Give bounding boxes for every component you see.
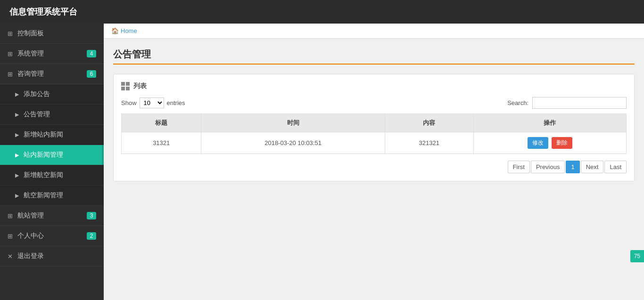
sidebar-item-add-site-news[interactable]: ▶ 新增站内新闻 bbox=[0, 125, 104, 145]
sidebar-item-station[interactable]: ⊞ 航站管理 3 bbox=[0, 206, 104, 226]
app-title: 信息管理系统平台 bbox=[9, 6, 77, 17]
sidebar-item-label: 咨询管理 bbox=[17, 70, 87, 78]
cell-time: 2018-03-20 10:03:51 bbox=[201, 132, 385, 154]
float-badge-label: 75 bbox=[634, 253, 640, 259]
search-input[interactable] bbox=[532, 97, 627, 109]
logout-icon: ✕ bbox=[8, 253, 13, 260]
page-content: 公告管理 列表 Show 10 25 bbox=[104, 39, 644, 300]
float-badge[interactable]: 75 bbox=[630, 250, 644, 262]
table-card-header: 列表 bbox=[121, 82, 627, 90]
search-box: Search: bbox=[507, 97, 627, 109]
station-icon: ⊞ bbox=[8, 212, 13, 219]
sidebar-item-dashboard[interactable]: ⊞ 控制面板 bbox=[0, 24, 104, 44]
system-badge: 4 bbox=[87, 50, 96, 57]
show-label: Show bbox=[121, 99, 137, 106]
title-divider bbox=[113, 64, 635, 65]
page-title: 公告管理 bbox=[113, 48, 635, 61]
personal-icon: ⊞ bbox=[8, 233, 13, 240]
sidebar-item-system[interactable]: ⊞ 系统管理 4 bbox=[0, 44, 104, 64]
add-site-news-icon: ▶ bbox=[15, 132, 19, 138]
entries-select[interactable]: 10 25 50 100 bbox=[140, 97, 164, 108]
home-icon: 🏠 bbox=[111, 27, 119, 34]
data-table: 标题 时间 内容 操作 31321 2018-03-20 10:03:51 32… bbox=[121, 114, 627, 154]
sidebar-item-site-news-manage[interactable]: ▶ 站内新闻管理 bbox=[0, 145, 104, 165]
show-entries: Show 10 25 50 100 entries bbox=[121, 97, 185, 108]
pagination-previous[interactable]: Previous bbox=[531, 161, 565, 173]
table-body: 31321 2018-03-20 10:03:51 321321 修改 删除 bbox=[122, 132, 627, 154]
cell-action: 修改 删除 bbox=[473, 132, 626, 154]
main-layout: ⊞ 控制面板 ⊞ 系统管理 4 ⊞ 咨询管理 6 ▶ 添加公告 ▶ 公告管理 bbox=[0, 24, 644, 300]
add-aviation-news-icon: ▶ bbox=[15, 172, 19, 178]
pagination-last[interactable]: Last bbox=[604, 161, 627, 173]
sidebar-item-label: 站内新闻管理 bbox=[24, 151, 96, 159]
sidebar-item-personal[interactable]: ⊞ 个人中心 2 bbox=[0, 226, 104, 246]
personal-badge: 2 bbox=[87, 232, 96, 240]
table-header-label: 列表 bbox=[133, 82, 147, 90]
sidebar-item-aviation-news-manage[interactable]: ▶ 航空新闻管理 bbox=[0, 186, 104, 206]
sidebar-item-label: 公告管理 bbox=[24, 110, 96, 119]
sidebar-item-add-aviation-news[interactable]: ▶ 新增航空新闻 bbox=[0, 165, 104, 186]
table-header-row: 标题 时间 内容 操作 bbox=[122, 114, 627, 132]
site-news-manage-icon: ▶ bbox=[15, 152, 19, 158]
table-row: 31321 2018-03-20 10:03:51 321321 修改 删除 bbox=[122, 132, 627, 154]
cell-title: 31321 bbox=[122, 132, 201, 154]
col-time: 时间 bbox=[201, 114, 385, 132]
edit-button[interactable]: 修改 bbox=[528, 137, 548, 149]
breadcrumb-home[interactable]: Home bbox=[121, 27, 137, 34]
content-area: 🏠 Home 公告管理 列表 Show bbox=[104, 24, 644, 300]
search-label: Search: bbox=[507, 99, 528, 106]
sidebar-item-label: 航站管理 bbox=[17, 211, 87, 220]
sidebar-item-logout[interactable]: ✕ 退出登录 bbox=[0, 246, 104, 267]
table-controls: Show 10 25 50 100 entries Search: bbox=[121, 97, 627, 109]
sidebar-item-notice-manage[interactable]: ▶ 公告管理 bbox=[0, 105, 104, 125]
sidebar-item-label: 系统管理 bbox=[17, 49, 87, 58]
sidebar-item-label: 添加公告 bbox=[24, 90, 96, 98]
system-icon: ⊞ bbox=[8, 50, 13, 57]
sidebar-item-label: 航空新闻管理 bbox=[24, 191, 96, 200]
sidebar-item-add-notice[interactable]: ▶ 添加公告 bbox=[0, 84, 104, 105]
table-head: 标题 时间 内容 操作 bbox=[122, 114, 627, 132]
col-content: 内容 bbox=[385, 114, 473, 132]
pagination-first[interactable]: First bbox=[508, 161, 530, 173]
add-notice-icon: ▶ bbox=[15, 91, 19, 97]
sidebar-item-label: 退出登录 bbox=[17, 252, 96, 260]
sidebar-item-consult[interactable]: ⊞ 咨询管理 6 bbox=[0, 64, 104, 84]
sidebar-item-label: 新增站内新闻 bbox=[24, 130, 96, 139]
dashboard-icon: ⊞ bbox=[8, 30, 13, 37]
sidebar: ⊞ 控制面板 ⊞ 系统管理 4 ⊞ 咨询管理 6 ▶ 添加公告 ▶ 公告管理 bbox=[0, 24, 104, 300]
cell-content: 321321 bbox=[385, 132, 473, 154]
grid-icon bbox=[121, 82, 130, 90]
consult-badge: 6 bbox=[87, 70, 96, 78]
app-header: 信息管理系统平台 bbox=[0, 0, 644, 24]
breadcrumb: 🏠 Home bbox=[104, 24, 644, 39]
table-card: 列表 Show 10 25 50 100 entries bbox=[113, 74, 635, 181]
sidebar-item-label: 个人中心 bbox=[17, 232, 87, 240]
col-title: 标题 bbox=[122, 114, 201, 132]
entries-label: entries bbox=[167, 99, 185, 106]
station-badge: 3 bbox=[87, 212, 96, 219]
sidebar-item-label: 新增航空新闻 bbox=[24, 171, 96, 179]
aviation-news-manage-icon: ▶ bbox=[15, 193, 19, 199]
notice-manage-icon: ▶ bbox=[15, 112, 19, 118]
consult-icon: ⊞ bbox=[8, 71, 13, 78]
consult-submenu: ▶ 添加公告 ▶ 公告管理 ▶ 新增站内新闻 ▶ 站内新闻管理 ▶ 新增航空新闻 bbox=[0, 84, 104, 206]
delete-button[interactable]: 删除 bbox=[552, 137, 572, 149]
pagination-current[interactable]: 1 bbox=[566, 161, 579, 173]
pagination-next[interactable]: Next bbox=[581, 161, 604, 173]
pagination: First Previous 1 Next Last bbox=[121, 161, 627, 173]
col-action: 操作 bbox=[473, 114, 626, 132]
sidebar-item-label: 控制面板 bbox=[17, 29, 96, 38]
